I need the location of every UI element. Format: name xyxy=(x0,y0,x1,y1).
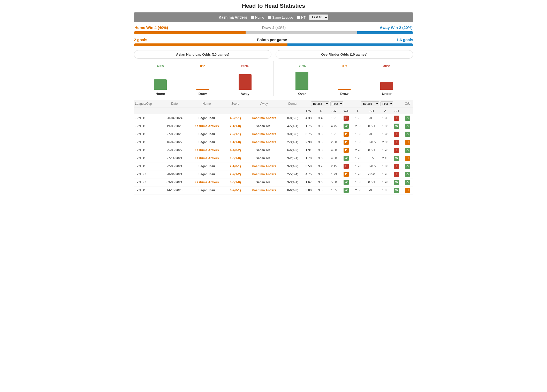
cell-date: 19-08-2023 xyxy=(162,122,188,130)
chart-draw-pct: 0% xyxy=(200,64,205,68)
cell-wl: D xyxy=(340,146,352,154)
wl-badge: L xyxy=(344,164,349,169)
chart-over: 70% Over xyxy=(295,64,308,96)
cell-aw: 2.15 xyxy=(328,162,340,170)
cell-ah: -0.5 xyxy=(364,130,379,138)
home-filter[interactable]: Home xyxy=(251,16,264,19)
bet365-select-1[interactable]: Bet365Pinnacle xyxy=(311,101,329,106)
cell-wl: W xyxy=(340,178,352,186)
col-away: Away xyxy=(245,100,283,108)
chart-section: 40% Home 0% Draw 60% Away xyxy=(134,61,413,96)
ah2-badge: L xyxy=(394,140,399,145)
cell-home: Kashima Antlers xyxy=(187,178,226,186)
chart-home-bar-wrap xyxy=(154,69,167,90)
cell-hw: 4.75 xyxy=(302,170,315,178)
cell-corner: 6-6(1-2) xyxy=(283,146,302,154)
col-corner: Corner xyxy=(283,100,302,108)
score-value[interactable]: 0-2(0-1) xyxy=(230,189,241,192)
cell-ou: O xyxy=(402,170,413,178)
cell-aw: 4.00 xyxy=(328,146,340,154)
cell-ah2: W xyxy=(391,154,402,162)
score-value[interactable]: 2-1(1-0) xyxy=(230,124,241,128)
cell-a: 2.03 xyxy=(379,138,391,146)
chart-away-bar xyxy=(239,74,252,90)
same-league-checkbox[interactable] xyxy=(268,16,271,19)
sub-col-home xyxy=(187,108,226,114)
ppg-home-bar xyxy=(134,43,287,46)
cell-h: 2.20 xyxy=(352,146,364,154)
cell-h: 2.03 xyxy=(352,122,364,130)
score-value[interactable]: 4-2(2-1) xyxy=(230,116,241,120)
cell-aw: 1.91 xyxy=(328,114,340,122)
table-row: JPN D1 19-08-2023 Kashima Antlers 2-1(1-… xyxy=(134,122,413,130)
cell-ah2: L xyxy=(391,130,402,138)
over-under-header: Over/Under Odds (10 games) xyxy=(276,50,413,59)
cell-corner: 9-3(4-2) xyxy=(283,162,302,170)
cell-a: 1.83 xyxy=(379,122,391,130)
table-body: JPN D1 20-04-2024 Sagan Tosu 4-2(2-1) Ka… xyxy=(134,114,413,194)
cell-aw: 1.85 xyxy=(328,186,340,194)
ht-checkbox[interactable] xyxy=(297,16,300,19)
chart-ou-draw-bar xyxy=(338,89,351,90)
chart-over-label: Over xyxy=(298,92,306,96)
chart-under-bar-wrap xyxy=(380,69,393,90)
cell-league: JPN LC xyxy=(134,170,162,178)
home-team: Sagan Tosu xyxy=(199,116,215,120)
table-row: JPN D1 25-05-2022 Kashima Antlers 4-4(0-… xyxy=(134,146,413,154)
home-team-highlight: Kashima Antlers xyxy=(194,148,219,152)
away-team-highlight: Kashima Antlers xyxy=(252,140,276,144)
same-league-filter[interactable]: Same League xyxy=(268,16,293,19)
ah2-badge: L xyxy=(394,132,399,137)
cell-date: 27-05-2023 xyxy=(162,130,188,138)
cell-date: 22-05-2021 xyxy=(162,162,188,170)
home-checkbox[interactable] xyxy=(251,16,254,19)
away-team-highlight: Kashima Antlers xyxy=(252,189,276,192)
first-select-1[interactable]: FirstLast xyxy=(330,101,343,106)
bet365-select-2[interactable]: Bet365Pinnacle xyxy=(361,101,379,106)
cell-a: 1.90 xyxy=(379,114,391,122)
last-n-dropdown[interactable]: Last 5 Last 10 Last 20 All xyxy=(309,14,328,20)
cell-d: 3.50 xyxy=(315,146,328,154)
cell-ah: 0.5/1 xyxy=(364,146,379,154)
table-row: JPN D1 27-11-2021 Kashima Antlers 1-0(1-… xyxy=(134,154,413,162)
cell-d: 3.30 xyxy=(315,138,328,146)
home-team: Sagan Tosu xyxy=(199,164,215,168)
first-select-2[interactable]: FirstLast xyxy=(380,101,393,106)
home-team-highlight: Kashima Antlers xyxy=(194,124,219,128)
cell-wl: D xyxy=(340,170,352,178)
cell-away: Sagan Tosu xyxy=(245,146,283,154)
ht-filter[interactable]: HT xyxy=(297,16,306,19)
score-value[interactable]: 2-2(1-2) xyxy=(230,172,241,176)
cell-wl: W xyxy=(340,154,352,162)
cell-ah2: L xyxy=(391,146,402,154)
score-value[interactable]: 4-4(0-2) xyxy=(230,148,241,152)
ah2-badge: W xyxy=(394,156,399,161)
home-team: Sagan Tosu xyxy=(199,140,215,144)
ah2-badge: L xyxy=(394,148,399,153)
cell-h: 1.73 xyxy=(352,154,364,162)
cell-a: 1.70 xyxy=(379,146,391,154)
cell-hw: 1.75 xyxy=(302,122,315,130)
cell-aw: 4.75 xyxy=(328,122,340,130)
away-win-label: Away Win 2 (20%) xyxy=(380,25,413,30)
cell-date: 25-05-2022 xyxy=(162,146,188,154)
cell-corner: 2-5(0-4) xyxy=(283,170,302,178)
cell-home: Sagan Tosu xyxy=(187,170,226,178)
score-value[interactable]: 1-1(1-0) xyxy=(230,140,241,144)
score-value[interactable]: 2-1(0-1) xyxy=(230,164,241,168)
score-value[interactable]: 3-0(1-0) xyxy=(230,180,241,184)
cell-ah: -0.5 xyxy=(364,114,379,122)
away-progress xyxy=(357,31,413,34)
cell-home: Kashima Antlers xyxy=(187,122,226,130)
result-summary: Home Win 4 (40%) Draw 4 (40%) Away Win 2… xyxy=(134,25,413,30)
cell-league: JPN D1 xyxy=(134,154,162,162)
cell-ah: -0.5 xyxy=(364,186,379,194)
score-value[interactable]: 2-2(1-1) xyxy=(230,132,241,136)
cell-ou: O xyxy=(402,130,413,138)
sub-col-hw: HW xyxy=(302,108,315,114)
ah2-badge: L xyxy=(394,116,399,121)
cell-h: 1.98 xyxy=(352,162,364,170)
score-value[interactable]: 1-0(1-0) xyxy=(230,156,241,160)
cell-league: JPN D1 xyxy=(134,146,162,154)
draw-label: Draw 4 (40%) xyxy=(262,25,286,30)
